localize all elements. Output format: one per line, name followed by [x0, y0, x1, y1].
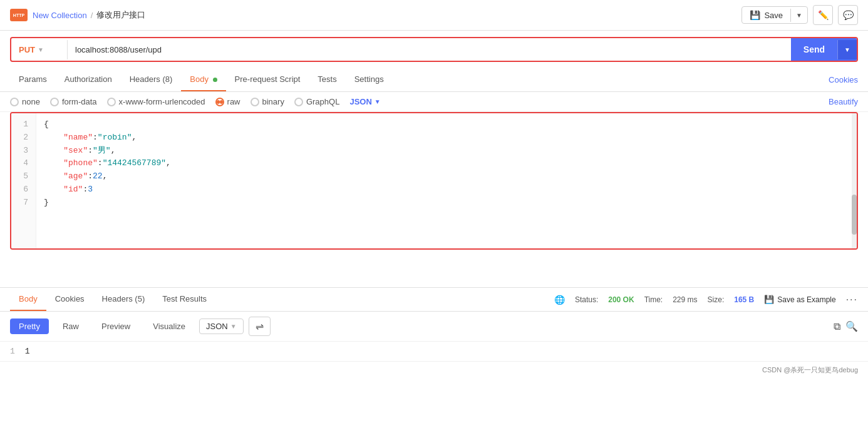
- radio-urlencoded-icon: [107, 98, 116, 106]
- editor-spacer: [0, 250, 868, 287]
- wrap-icon: ⇌: [256, 321, 264, 332]
- body-type-binary-label: binary: [262, 97, 284, 106]
- body-type-urlencoded[interactable]: x-www-form-urlencoded: [107, 97, 205, 106]
- radio-none-icon: [10, 98, 19, 106]
- response-status-bar: 🌐 Status: 200 OK Time: 229 ms Size: 165 …: [554, 294, 858, 305]
- request-tabs-bar: Params Authorization Headers (8) Body Pr…: [0, 68, 868, 92]
- line-numbers: 1 2 3 4 5 6 7: [11, 113, 36, 248]
- breadcrumb-collection[interactable]: New Collection: [33, 11, 87, 20]
- copy-button[interactable]: ⧉: [834, 321, 840, 332]
- url-bar: PUT ▼ Send ▼: [10, 37, 858, 62]
- tab-body[interactable]: Body: [181, 68, 225, 91]
- tab-params[interactable]: Params: [10, 68, 56, 91]
- word-wrap-button[interactable]: ⇌: [249, 317, 271, 336]
- response-tab-testresults-label: Test Results: [162, 294, 207, 303]
- globe-icon: 🌐: [554, 295, 565, 305]
- search-button[interactable]: 🔍: [845, 320, 858, 332]
- response-tab-testresults[interactable]: Test Results: [153, 288, 215, 311]
- url-input[interactable]: [68, 40, 791, 59]
- result-json-select[interactable]: JSON ▼: [199, 318, 244, 334]
- format-raw-button[interactable]: Raw: [54, 318, 88, 334]
- result-json-chevron-icon: ▼: [230, 323, 237, 330]
- size-label: Size:: [708, 295, 725, 304]
- scrollbar-track[interactable]: [852, 113, 857, 248]
- body-type-binary[interactable]: binary: [251, 97, 284, 106]
- response-tab-body[interactable]: Body: [10, 288, 46, 311]
- method-select[interactable]: PUT ▼: [11, 40, 68, 59]
- send-button[interactable]: Send: [791, 38, 837, 61]
- tab-body-label: Body: [190, 74, 209, 84]
- body-type-graphql-label: GraphQL: [306, 97, 339, 106]
- response-tab-headers-label: Headers (5): [102, 294, 145, 303]
- response-section: Body Cookies Headers (5) Test Results 🌐 …: [0, 287, 868, 361]
- tab-prerequest[interactable]: Pre-request Script: [226, 68, 309, 91]
- format-raw-label: Raw: [63, 322, 79, 331]
- edit-icon: ✏️: [818, 10, 829, 20]
- status-label: Status:: [575, 295, 598, 304]
- edit-button[interactable]: ✏️: [813, 5, 833, 25]
- body-type-raw[interactable]: raw: [215, 97, 240, 106]
- tab-params-label: Params: [19, 74, 47, 84]
- tab-authorization[interactable]: Authorization: [56, 68, 121, 91]
- body-type-graphql[interactable]: GraphQL: [294, 97, 339, 106]
- body-type-none-label: none: [22, 97, 40, 106]
- radio-raw-icon: [215, 98, 224, 106]
- tab-prerequest-label: Pre-request Script: [235, 74, 301, 84]
- response-tab-headers[interactable]: Headers (5): [93, 288, 154, 311]
- code-editor-inner[interactable]: 1 2 3 4 5 6 7 { "name":"robin", "sex":"男…: [11, 113, 857, 248]
- size-value: 165 B: [734, 295, 754, 304]
- body-type-none[interactable]: none: [10, 97, 40, 106]
- format-visualize-label: Visualize: [153, 322, 185, 331]
- save-main-button[interactable]: 💾 Save: [742, 7, 790, 23]
- format-pretty-button[interactable]: Pretty: [10, 318, 49, 334]
- body-type-formdata[interactable]: form-data: [50, 97, 97, 106]
- result-code: 1: [25, 347, 30, 356]
- save-button-group[interactable]: 💾 Save ▼: [741, 6, 808, 24]
- cookies-link[interactable]: Cookies: [829, 69, 858, 91]
- code-content[interactable]: { "name":"robin", "sex":"男", "phone":"14…: [36, 113, 857, 248]
- comment-button[interactable]: 💬: [838, 5, 858, 25]
- save-label: Save: [764, 11, 783, 20]
- send-button-group[interactable]: Send ▼: [791, 38, 857, 61]
- format-preview-button[interactable]: Preview: [93, 318, 139, 334]
- radio-binary-icon: [251, 98, 259, 106]
- tab-headers-label: Headers (8): [130, 74, 173, 84]
- beautify-label: Beautify: [829, 97, 858, 106]
- radio-graphql-icon: [294, 98, 303, 106]
- breadcrumb-separator: /: [91, 11, 93, 20]
- save-example-label: Save as Example: [777, 295, 835, 304]
- time-label: Time:: [644, 295, 663, 304]
- breadcrumb: New Collection / 修改用户接口: [33, 9, 736, 21]
- format-visualize-button[interactable]: Visualize: [144, 318, 194, 334]
- format-pretty-label: Pretty: [19, 322, 40, 331]
- result-format-bar: Pretty Raw Preview Visualize JSON ▼ ⇌ ⧉ …: [0, 312, 868, 342]
- tab-settings[interactable]: Settings: [346, 68, 393, 91]
- app-logo: HTTP: [10, 9, 28, 21]
- send-label: Send: [803, 44, 825, 54]
- body-type-raw-label: raw: [227, 97, 240, 106]
- send-dropdown-button[interactable]: ▼: [837, 40, 857, 59]
- result-json-label: JSON: [206, 322, 228, 331]
- beautify-button[interactable]: Beautify: [829, 97, 858, 106]
- tab-headers[interactable]: Headers (8): [121, 68, 182, 91]
- save-dropdown-button[interactable]: ▼: [790, 9, 807, 22]
- response-tab-cookies[interactable]: Cookies: [46, 288, 93, 311]
- response-tabs-bar: Body Cookies Headers (5) Test Results 🌐 …: [0, 288, 868, 312]
- result-line-numbers: 1: [10, 347, 15, 356]
- cookies-label: Cookies: [829, 75, 858, 84]
- comment-icon: 💬: [843, 10, 854, 20]
- tab-authorization-label: Authorization: [65, 74, 112, 84]
- more-options-button[interactable]: ···: [846, 294, 858, 305]
- scrollbar-thumb[interactable]: [852, 195, 857, 235]
- json-chevron-icon: ▼: [375, 98, 381, 105]
- json-select-label: JSON: [349, 97, 371, 106]
- json-format-select[interactable]: JSON ▼: [349, 97, 380, 106]
- result-content-value: 1: [25, 347, 30, 356]
- url-bar-container: PUT ▼ Send ▼: [0, 31, 868, 68]
- save-icon: 💾: [750, 10, 760, 20]
- footer: CSDN @杀死一只知更鸟debug: [0, 361, 868, 379]
- format-preview-label: Preview: [101, 322, 130, 331]
- save-as-example-button[interactable]: 💾 Save as Example: [764, 295, 835, 304]
- tab-tests[interactable]: Tests: [309, 68, 345, 91]
- method-label: PUT: [19, 45, 35, 54]
